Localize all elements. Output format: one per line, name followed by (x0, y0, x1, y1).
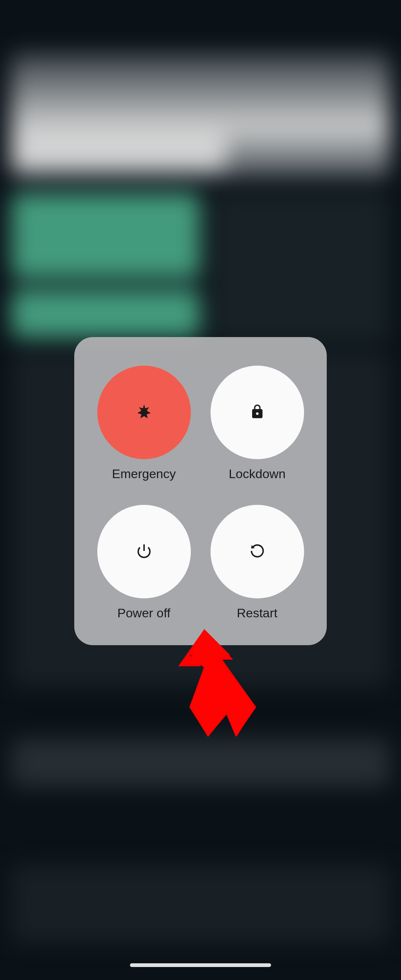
bg-element (11, 290, 200, 338)
restart-icon (250, 543, 265, 560)
lock-icon (250, 404, 265, 421)
bg-element (11, 130, 226, 171)
lockdown-button[interactable]: Lockdown (210, 366, 304, 481)
bg-element (212, 193, 390, 342)
power-off-circle (97, 505, 191, 598)
power-icon (136, 543, 152, 560)
restart-button[interactable]: Restart (210, 505, 304, 620)
restart-circle (210, 505, 304, 598)
power-off-button[interactable]: Power off (97, 505, 191, 620)
bg-element (11, 865, 390, 943)
asterisk-icon (135, 403, 153, 422)
power-menu-modal: Emergency Lockdown Power off (74, 337, 327, 645)
lockdown-label: Lockdown (229, 467, 285, 481)
emergency-button[interactable]: Emergency (97, 366, 191, 481)
home-indicator[interactable] (130, 963, 271, 967)
power-off-label: Power off (117, 606, 170, 620)
emergency-circle (97, 366, 191, 459)
bg-element (11, 193, 200, 278)
restart-label: Restart (237, 606, 278, 620)
bg-element (11, 739, 390, 787)
lockdown-circle (210, 366, 304, 459)
emergency-label: Emergency (112, 467, 176, 481)
